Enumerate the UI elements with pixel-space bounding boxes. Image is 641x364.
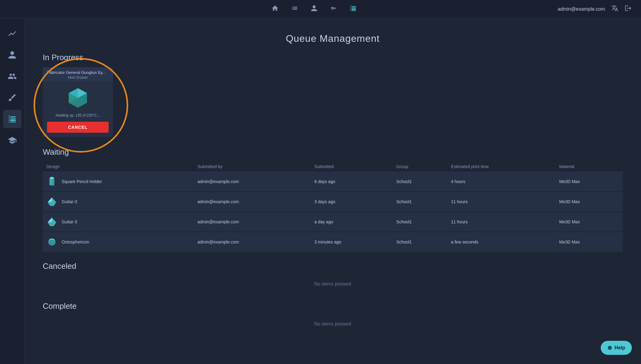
waiting-section: Waiting Design Submitted by Submitted Gr…: [43, 147, 623, 252]
cell-estimated-time: 11 hours: [447, 192, 556, 212]
queue-icon[interactable]: [349, 5, 357, 14]
svg-marker-9: [48, 197, 52, 202]
in-progress-title: In Progress: [43, 53, 623, 62]
cell-group: School1: [393, 232, 447, 252]
design-name: Guitar-3: [62, 219, 77, 224]
svg-marker-12: [48, 218, 52, 222]
cell-submitted: a day ago: [311, 212, 393, 232]
help-button[interactable]: ⊕ Help: [601, 341, 632, 355]
logout-icon[interactable]: [625, 5, 632, 14]
svg-point-15: [48, 240, 56, 243]
canceled-title: Canceled: [43, 261, 623, 271]
user-icon[interactable]: [310, 5, 318, 14]
col-estimated-time: Estimated print time: [447, 162, 556, 172]
top-nav-right: admin@example.com: [558, 5, 632, 14]
cancel-button[interactable]: CANCEL: [47, 122, 109, 133]
top-nav: admin@example.com: [0, 0, 641, 18]
cell-submitted: 6 days ago: [311, 172, 393, 192]
waiting-title: Waiting: [43, 147, 623, 157]
help-label: Help: [614, 345, 625, 351]
language-icon[interactable]: [611, 5, 618, 13]
col-group: Group: [393, 162, 447, 172]
svg-marker-13: [52, 218, 56, 222]
col-submitted: Submitted: [311, 162, 393, 172]
print-job-card: Fabricator General Googlius Ey... Hive D…: [43, 67, 113, 137]
cell-estimated-time: 11 hours: [447, 212, 556, 232]
waiting-table: Design Submitted by Submitted Group Esti…: [43, 162, 623, 252]
design-thumb: [46, 176, 57, 187]
print-job-card-body: Heating up. 135 of 220°C... CANCEL: [43, 81, 113, 137]
design-name: Guitar-3: [62, 199, 77, 204]
cell-material: Me3D Max: [556, 212, 623, 232]
design-thumb: [46, 196, 57, 207]
col-design: Design: [43, 162, 194, 172]
home-icon[interactable]: [271, 5, 279, 14]
col-submitted-by: Submitted by: [194, 162, 311, 172]
cell-design: Guitar-3: [43, 212, 194, 232]
col-material: Material: [556, 162, 623, 172]
sidebar: [0, 18, 24, 364]
sidebar-item-design[interactable]: [3, 88, 21, 107]
cell-estimated-time: a few seconds: [447, 232, 556, 252]
print-job-status: Heating up. 135 of 220°C...: [56, 113, 100, 117]
tool-icon[interactable]: [330, 5, 337, 14]
help-icon: ⊕: [607, 344, 612, 351]
design-thumb: [46, 236, 57, 247]
cell-estimated-time: 4 hours: [447, 172, 556, 192]
design-thumb: [46, 216, 57, 227]
cell-group: School1: [393, 192, 447, 212]
svg-marker-7: [52, 178, 54, 186]
sidebar-item-groups[interactable]: [3, 67, 21, 85]
complete-section: Complete No items present: [43, 301, 623, 332]
canceled-section: Canceled No items present: [43, 261, 623, 292]
main-content: Queue Management In Progress Fabricator …: [24, 18, 641, 364]
print-job-card-header: Fabricator General Googlius Ey... Hive D…: [43, 67, 113, 81]
table-row[interactable]: Guitar-3 admin@example.com a day ago Sch…: [43, 212, 623, 232]
table-row[interactable]: Octosphericon admin@example.com 3 minute…: [43, 232, 623, 252]
cell-group: School1: [393, 172, 447, 192]
cell-submitted: 3 minutes ago: [311, 232, 393, 252]
cell-submitted-by: admin@example.com: [194, 232, 311, 252]
design-name: Octosphericon: [62, 240, 89, 244]
svg-marker-10: [52, 197, 56, 202]
print-job-thumbnail: [66, 86, 90, 110]
table-header: Design Submitted by Submitted Group Esti…: [43, 162, 623, 172]
sidebar-item-education[interactable]: [3, 131, 21, 150]
page-title: Queue Management: [43, 24, 623, 50]
layout: Queue Management In Progress Fabricator …: [0, 18, 641, 364]
top-nav-icons: [70, 5, 558, 14]
cell-design: Octosphericon: [43, 232, 194, 252]
cell-submitted: 3 days ago: [311, 192, 393, 212]
table-row[interactable]: Square Pencil Holder admin@example.com 6…: [43, 172, 623, 192]
design-name: Square Pencil Holder: [62, 179, 102, 184]
sidebar-item-queue[interactable]: [3, 110, 21, 128]
cell-group: School1: [393, 212, 447, 232]
admin-email: admin@example.com: [558, 6, 605, 12]
sidebar-item-users[interactable]: [3, 46, 21, 64]
cell-design: Guitar-3: [43, 192, 194, 212]
cell-submitted-by: admin@example.com: [194, 212, 311, 232]
waiting-table-body: Square Pencil Holder admin@example.com 6…: [43, 172, 623, 252]
complete-empty: No items present: [43, 316, 623, 332]
canceled-empty: No items present: [43, 276, 623, 292]
list-icon[interactable]: [291, 5, 298, 14]
print-job-subtitle: Hive Drawer: [47, 75, 109, 80]
cell-submitted-by: admin@example.com: [194, 172, 311, 192]
cell-material: Me3D Max: [556, 172, 623, 192]
cell-design: Square Pencil Holder: [43, 172, 194, 192]
complete-title: Complete: [43, 301, 623, 311]
in-progress-section: In Progress Fabricator General Googlius …: [43, 53, 623, 138]
cell-submitted-by: admin@example.com: [194, 192, 311, 212]
cell-material: Me3D Max: [556, 192, 623, 212]
sidebar-item-analytics[interactable]: [3, 24, 21, 43]
cell-material: Me3D Max: [556, 232, 623, 252]
print-job-title: Fabricator General Googlius Ey...: [47, 70, 109, 75]
table-row[interactable]: Guitar-3 admin@example.com 3 days ago Sc…: [43, 192, 623, 212]
